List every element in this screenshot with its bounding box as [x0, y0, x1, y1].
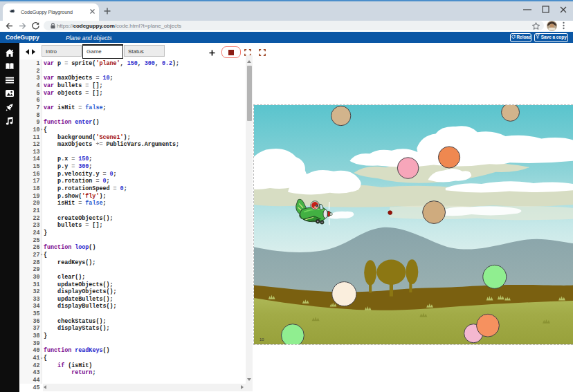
svg-text:10: 10 — [260, 337, 264, 342]
